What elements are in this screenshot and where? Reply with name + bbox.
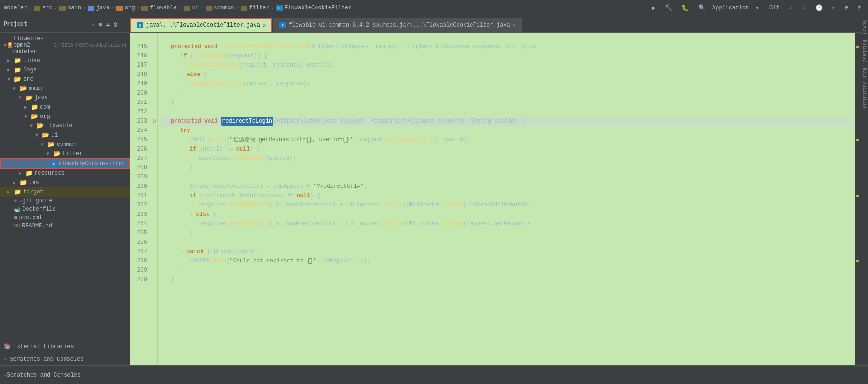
- database-panel-label[interactable]: Database: [861, 38, 868, 64]
- project-icon: P: [8, 42, 12, 48]
- annotation-marker[interactable]: @: [151, 117, 157, 126]
- breadcrumb: modeler › src › main › java › org › flow…: [4, 5, 646, 11]
- scratches-bar-icon: ✏: [4, 372, 7, 378]
- bc-flowable[interactable]: flowable: [150, 5, 177, 11]
- folder-filter-icon: 📂: [53, 150, 61, 158]
- scratches-consoles-bar[interactable]: ✏ Scratches and Consoles: [0, 365, 868, 384]
- com-label: com: [40, 104, 50, 110]
- code-editor[interactable]: protected void redirectOrSendNotPermitte…: [158, 33, 855, 365]
- bc-common[interactable]: common: [214, 5, 234, 11]
- sidebar-item-src[interactable]: ▼ 📂 src: [0, 75, 130, 84]
- code-line-250: }: [161, 89, 851, 98]
- sidebar-item-logs[interactable]: ▶ 📁 logs: [0, 65, 130, 75]
- minimize-icon[interactable]: −: [121, 20, 126, 29]
- chevron-down-icon: ▼: [41, 142, 46, 147]
- sidebar-item-filter[interactable]: ▼ 📂 filter: [0, 149, 130, 158]
- dropdown-icon[interactable]: ▾: [753, 3, 762, 13]
- run-button[interactable]: ▶: [649, 3, 658, 13]
- chevron-right-icon: ▶: [7, 58, 12, 63]
- code-line-255: LOGGER.info("过滤路径 getRequestURI={}, user…: [161, 135, 851, 144]
- bc-filter[interactable]: filter: [249, 5, 269, 11]
- sidebar-item-flowable-cookie-filter[interactable]: C FlowableCookieFilter: [0, 158, 130, 169]
- sidebar-item-idea[interactable]: ▶ 📁 .idea: [0, 56, 130, 65]
- tab-close-1[interactable]: ✕: [263, 22, 266, 28]
- code-line-253: protected void redirectToLogin(HttpServl…: [161, 117, 851, 126]
- sidebar-item-pomxml[interactable]: ▶ m pom.xml: [0, 213, 130, 222]
- code-line-249: sendNotPermitted(request, response);: [161, 79, 851, 89]
- folder-src-icon: 📂: [14, 75, 21, 83]
- bean-validation-panel-label[interactable]: Bean Validation: [861, 66, 868, 111]
- sidebar-item-com[interactable]: ▶ 📁 com: [0, 103, 130, 112]
- build-button[interactable]: 🔨: [662, 3, 675, 13]
- settings-icon[interactable]: ⚙: [113, 20, 118, 29]
- sidebar-icons: ⊕ ⇄ ⚙ −: [97, 20, 126, 29]
- sidebar-item-resources[interactable]: ▶ 📁 resources: [0, 169, 130, 178]
- layout-button[interactable]: ⊞: [842, 3, 851, 13]
- chevron-right-icon: ▶: [13, 180, 18, 185]
- project-dropdown[interactable]: ▾: [92, 21, 95, 27]
- git-undo[interactable]: ↩: [829, 3, 839, 13]
- sidebar-item-readme[interactable]: ▶ MD README.md: [0, 222, 130, 230]
- bc-org[interactable]: org: [125, 5, 135, 11]
- bc-class[interactable]: FlowableCookieFilter: [284, 5, 351, 11]
- tab-label-1: java\...\FlowableCookieFilter.java: [146, 22, 260, 28]
- app-label: Application: [712, 5, 749, 11]
- window-button[interactable]: ⊡: [855, 3, 864, 13]
- code-line-264: response.sendRedirect( s: baseRedirectUr…: [161, 219, 851, 228]
- code-line-256: if (userId != null) {: [161, 144, 851, 154]
- resources-label: resources: [34, 170, 65, 177]
- project-root[interactable]: ▼ P flowable-bpmn2-modeler E:\IDEA_HOME\…: [0, 34, 130, 56]
- sidebar-item-gitignore[interactable]: ▶ ● .gitignore: [0, 197, 130, 205]
- code-line-252: [161, 107, 851, 117]
- readme-label: README.md: [22, 223, 52, 229]
- dockerfile-label: Dockerfile: [22, 206, 56, 213]
- java-label: java: [34, 95, 48, 101]
- maven-panel-label[interactable]: Maven: [861, 18, 868, 36]
- code-line-247: redirectToLogin(request, response, userI…: [161, 61, 851, 70]
- tabs-bar: C java\...\FlowableCookieFilter.java ✕ C…: [130, 16, 861, 33]
- md-icon: MD: [14, 223, 20, 229]
- bc-modeler[interactable]: modeler: [4, 5, 27, 11]
- sidebar-header: Project ▾ ⊕ ⇄ ⚙ −: [0, 16, 130, 33]
- folder-com-icon: 📁: [31, 103, 38, 111]
- sidebar: Project ▾ ⊕ ⇄ ⚙ − ▼ P flowable-bpmn2-mod…: [0, 16, 130, 365]
- folder-main-icon: 📂: [20, 85, 27, 92]
- sidebar-item-test[interactable]: ▶ 📁 test: [0, 178, 130, 187]
- sidebar-item-target[interactable]: ▶ 📁 target: [0, 187, 130, 197]
- bc-src[interactable]: src: [42, 5, 53, 11]
- folder-icon-flowable: [141, 6, 148, 11]
- sidebar-item-ui[interactable]: ▼ 📂 ui: [0, 130, 130, 140]
- tab-close-2[interactable]: ✕: [513, 22, 516, 28]
- main-layout: Project ▾ ⊕ ⇄ ⚙ − ▼ P flowable-bpmn2-mod…: [0, 16, 868, 365]
- sidebar-item-java[interactable]: ▼ 📂 java: [0, 93, 130, 103]
- code-line-251: }: [161, 98, 851, 107]
- code-line-248: } else {: [161, 70, 851, 79]
- git-checkmark-1[interactable]: ✓: [787, 3, 796, 13]
- scratches-consoles-item[interactable]: ✏ Scratches and Consoles: [0, 353, 130, 365]
- git-history[interactable]: 🕐: [813, 3, 826, 13]
- folder-target-icon: 📁: [14, 188, 21, 196]
- tab-source[interactable]: C java\...\FlowableCookieFilter.java ✕: [130, 18, 272, 32]
- folder-logs-icon: 📁: [14, 66, 21, 74]
- bc-main[interactable]: main: [67, 5, 81, 11]
- folder-icon-main: [59, 6, 66, 11]
- folder-icon-filter: [241, 6, 247, 11]
- folder-flowable-icon: 📂: [36, 122, 44, 130]
- external-libraries-label: External Libraries: [13, 343, 74, 350]
- add-icon[interactable]: ⊕: [97, 20, 103, 29]
- bc-ui[interactable]: ui: [192, 5, 199, 11]
- sync-icon[interactable]: ⇄: [105, 20, 111, 29]
- bc-java[interactable]: java: [96, 5, 110, 11]
- search-button[interactable]: 🔍: [695, 3, 708, 13]
- sidebar-item-common[interactable]: ▼ 📂 common: [0, 140, 130, 149]
- sidebar-item-flowable[interactable]: ▼ 📂 flowable: [0, 121, 130, 130]
- external-libraries-item[interactable]: 📚 External Libraries: [0, 340, 130, 353]
- sidebar-item-dockerfile[interactable]: ▶ 🐋 Dockerfile: [0, 205, 130, 213]
- debug-button[interactable]: 🐛: [679, 3, 692, 13]
- code-line-254: try {: [161, 126, 851, 135]
- sidebar-item-org[interactable]: ▼ 📂 org: [0, 112, 130, 121]
- sidebar-item-main[interactable]: ▼ 📂 main: [0, 84, 130, 93]
- tab-sources-jar[interactable]: C flowable-ui-common-6.4.2-sources.jar\.…: [273, 18, 522, 32]
- chevron-down-icon: ▼: [35, 133, 40, 138]
- git-checkmark-2[interactable]: ✓: [800, 3, 809, 13]
